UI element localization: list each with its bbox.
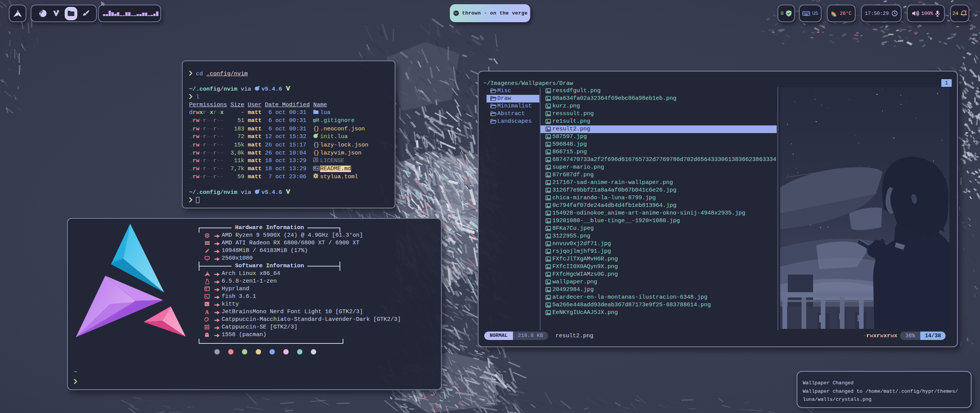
svg-text:A: A <box>205 309 209 315</box>
svg-text:git: git <box>313 117 319 123</box>
